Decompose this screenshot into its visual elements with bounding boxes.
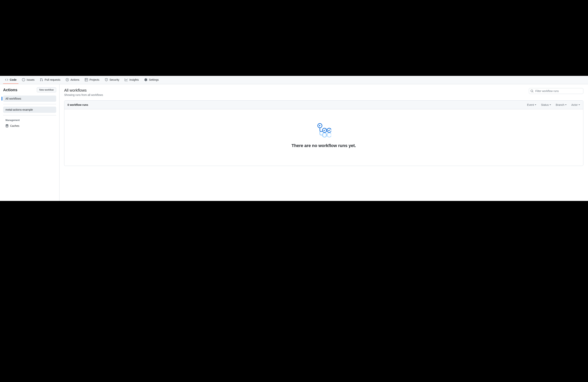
filter-input[interactable] <box>529 88 583 94</box>
svg-point-4 <box>323 135 324 135</box>
actions-page: Code Issues Pull requests Actions Projec… <box>0 76 588 201</box>
workflow-runs-card: 0 workflow runs Event Status B <box>64 100 583 166</box>
svg-point-5 <box>325 135 326 135</box>
sidebar-divider <box>3 104 56 104</box>
filter-label: Status <box>541 103 549 106</box>
tab-security[interactable]: Security <box>103 76 121 84</box>
filter-label: Event <box>527 103 534 106</box>
filter-actor-dropdown[interactable]: Actor <box>571 103 580 106</box>
workflow-illustration-icon <box>316 123 331 138</box>
issue-icon <box>22 78 25 81</box>
filter-label: Branch <box>556 103 564 106</box>
caret-down-icon <box>549 105 551 105</box>
code-icon <box>5 78 8 81</box>
tab-label: Code <box>10 78 17 81</box>
tab-label: Settings <box>149 78 159 81</box>
actions-sidebar: Actions New workflow All workflows metal… <box>0 84 60 201</box>
sidebar-divider <box>3 115 56 115</box>
tab-settings[interactable]: Settings <box>142 76 161 84</box>
empty-state: There are no workflow runs yet. <box>64 109 583 166</box>
tab-label: Security <box>109 78 119 81</box>
filter-status-dropdown[interactable]: Status <box>541 103 551 106</box>
tab-label: Projects <box>89 78 99 81</box>
sidebar-section-management: Management <box>3 118 56 123</box>
new-workflow-button[interactable]: New workflow <box>37 87 56 92</box>
page-subtitle: Showing runs from all workflows <box>64 93 103 96</box>
caret-down-icon <box>565 105 567 105</box>
git-pull-request-icon <box>40 78 43 81</box>
shield-icon <box>105 78 108 81</box>
tab-issues[interactable]: Issues <box>20 76 36 84</box>
graph-icon <box>125 78 128 81</box>
search-icon <box>530 89 534 93</box>
svg-point-6 <box>327 133 331 137</box>
sidebar-title: Actions <box>3 88 17 92</box>
filter-label: Actor <box>571 103 578 106</box>
empty-state-title: There are no workflow runs yet. <box>68 143 579 148</box>
table-icon <box>85 78 88 81</box>
tab-actions[interactable]: Actions <box>64 76 81 84</box>
sidebar-item-workflow[interactable]: metal-actions-example <box>3 106 56 113</box>
sidebar-item-all-workflows[interactable]: All workflows <box>3 95 56 102</box>
tab-label: Issues <box>27 78 34 81</box>
caret-down-icon <box>578 105 580 105</box>
tab-label: Actions <box>70 78 79 81</box>
repo-tab-nav: Code Issues Pull requests Actions Projec… <box>0 76 588 84</box>
tab-projects[interactable]: Projects <box>83 76 101 84</box>
tab-insights[interactable]: Insights <box>123 76 141 84</box>
sidebar-item-label: Caches <box>10 124 19 127</box>
tab-label: Pull requests <box>44 78 60 81</box>
tab-label: Insights <box>129 78 139 81</box>
filter-workflow-runs <box>529 88 583 94</box>
svg-point-3 <box>322 133 327 137</box>
tab-pull-requests[interactable]: Pull requests <box>38 76 62 84</box>
database-icon <box>5 124 9 127</box>
tab-code[interactable]: Code <box>3 76 19 84</box>
filter-branch-dropdown[interactable]: Branch <box>556 103 567 106</box>
page-title: All workflows <box>64 88 103 93</box>
runs-count: 0 workflow runs <box>67 103 88 106</box>
filter-event-dropdown[interactable]: Event <box>527 103 536 106</box>
sidebar-item-caches[interactable]: Caches <box>3 123 56 129</box>
gear-icon <box>144 78 147 81</box>
play-icon <box>66 78 69 81</box>
actions-main: All workflows Showing runs from all work… <box>60 84 588 201</box>
caret-down-icon <box>535 105 536 105</box>
